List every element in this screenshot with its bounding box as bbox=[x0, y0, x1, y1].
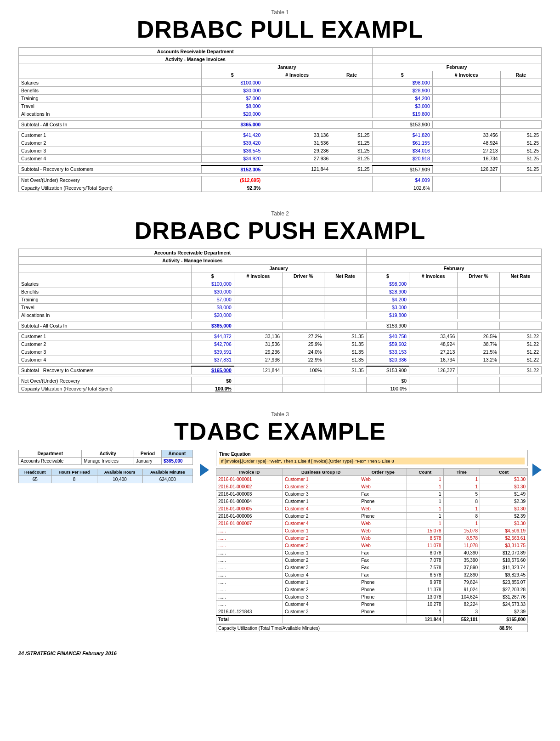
table2-label: Table 2 bbox=[18, 210, 542, 217]
jan-amount: $8,000 bbox=[202, 102, 263, 110]
table1-section: Table 1 DRBABC PULL EXAMPL Accounts Rece… bbox=[18, 9, 542, 192]
jan-amount: $7,000 bbox=[202, 95, 263, 102]
table2-feb-header: February bbox=[366, 264, 541, 272]
feb-amount: $28,900 bbox=[372, 87, 432, 95]
table-row: Customer 1 $41,420 33,136 $1.25 $41,820 … bbox=[19, 131, 542, 139]
table3-caputil-table: Capacity Utilization (Total Time/Availab… bbox=[216, 624, 528, 632]
subtotal-recovery-row: Subtotal - Recovery to Customers $165,00… bbox=[19, 366, 542, 374]
table-row: ...... Customer 3 Web 11,078 11,078 $3,3… bbox=[216, 542, 528, 549]
side-arrow-icon bbox=[532, 464, 542, 476]
customer-label: Customer 4 bbox=[19, 155, 202, 163]
table1-title: DRBABC PULL EXAMPL bbox=[18, 17, 542, 43]
row-label: Salaries bbox=[19, 79, 202, 87]
table1: Accounts Receivable Department Activity … bbox=[18, 47, 542, 192]
subtotal-recovery-row: Subtotal - Recovery to Customers $152,30… bbox=[19, 165, 542, 174]
time-eq-label: Time Equation bbox=[219, 452, 525, 457]
table2-feb-invoices: # Invoices bbox=[409, 272, 458, 280]
net-over-row: Net Over/(Under) Recovery $0 $0 bbox=[19, 377, 542, 385]
table-row: Salaries $100,000 $98,000 bbox=[19, 280, 542, 288]
table1-dept-header: Accounts Receivable Department bbox=[19, 48, 373, 56]
table1-jan-header: January bbox=[202, 63, 372, 71]
table-row: Customer 3 $39,591 29,236 24.0% $1.35 $3… bbox=[19, 348, 542, 356]
cap-util-label: Capacity Utilization (Total Time/Availab… bbox=[216, 624, 484, 632]
table-row: Customer 4 $34,920 27,936 $1.25 $20,918 … bbox=[19, 155, 542, 163]
table2-jan-invoices: # Invoices bbox=[234, 272, 282, 280]
headcount-row: 65810,400624,000 bbox=[19, 475, 193, 483]
right-arrow-icon bbox=[200, 464, 209, 476]
table-row: ...... Customer 1 Phone 9,978 79,824 $23… bbox=[216, 578, 528, 586]
table-row: 2016-01-000004 Customer 1 Phone 1 8 $2.3… bbox=[216, 498, 528, 505]
total-row: Total 121,844 552,101 $165,000 bbox=[216, 616, 528, 623]
table-row: Allocations In $20,000 $19,800 bbox=[19, 110, 542, 118]
table-row: Accounts Receivable Manage Invoices Janu… bbox=[19, 457, 193, 464]
table-row: Salaries $100,000 $98,000 bbox=[19, 79, 542, 87]
table-row: Customer 4 $37,831 27,936 22.9% $1.35 $2… bbox=[19, 356, 542, 363]
table2-activity-header: Activity - Manage Invoices bbox=[19, 256, 367, 264]
table-row: Travel $8,000 $3,000 bbox=[19, 303, 542, 311]
table2-jan-header: January bbox=[191, 264, 366, 272]
table1-dept-header2 bbox=[372, 48, 541, 56]
table3-section: Table 3 TDABC EXAMPLE Department Activit… bbox=[18, 411, 542, 632]
table2-dept-header: Accounts Receivable Department bbox=[19, 249, 367, 256]
t3-col-activity: Activity bbox=[82, 450, 134, 457]
table2-feb-netrate: Net Rate bbox=[499, 272, 541, 280]
table3-right: Time Equation If [Invoice].[Order Type]=… bbox=[216, 450, 528, 632]
table-row: ...... Customer 2 Fax 7,078 35,390 $10,5… bbox=[216, 556, 528, 564]
table2-section: Table 2 DRBABC PUSH EXAMPL Accounts Rece… bbox=[18, 210, 542, 393]
table2-feb-dollar: $ bbox=[366, 272, 409, 280]
table2: Accounts Receivable Department Activity … bbox=[18, 249, 542, 393]
table-row: 2016-01-000002 Customer 2 Web 1 1 $0.30 bbox=[216, 483, 528, 490]
table-row: ...... Customer 4 Phone 10,278 82,224 $2… bbox=[216, 600, 528, 608]
footer-text: 24 /STRATEGIC FINANCE/ February 2016 bbox=[18, 650, 542, 656]
cap-util-row: Capacity Utilization (Recovery/Total Spe… bbox=[19, 184, 542, 192]
table3-left: Department Activity Period Amount Accoun… bbox=[18, 450, 193, 483]
table-row: ...... Customer 1 Fax 8,078 40,390 $12,0… bbox=[216, 549, 528, 556]
net-over-row: Net Over/(Under) Recovery ($12,695) $4,0… bbox=[19, 176, 542, 184]
table-row: ...... Customer 1 Web 15,078 15,078 $4,5… bbox=[216, 527, 528, 534]
row-label: Training bbox=[19, 95, 202, 102]
table-row: Customer 1 $44,872 33,136 27.2% $1.35 $4… bbox=[19, 332, 542, 340]
row-label: Benefits bbox=[19, 87, 202, 95]
t3-col-dept: Department bbox=[19, 450, 82, 457]
row-label: Travel bbox=[19, 102, 202, 110]
jan-amount: $100,000 bbox=[202, 79, 263, 87]
side-arrow-box bbox=[532, 450, 542, 476]
table-row: 2016-01-000003 Customer 3 Fax 1 5 $1.49 bbox=[216, 490, 528, 498]
table-row: ...... Customer 2 Phone 11,378 91,024 $2… bbox=[216, 586, 528, 593]
table1-feb-invoices: # Invoices bbox=[432, 71, 500, 79]
table-row: Allocations In $20,000 $19,800 bbox=[19, 311, 542, 319]
time-eq-formula: If [Invoice].[Order Type]="Web", Then 1 … bbox=[219, 458, 525, 464]
t3-col-amount: Amount bbox=[161, 450, 192, 457]
table-row: ...... Customer 2 Web 8,578 8,578 $2,563… bbox=[216, 534, 528, 542]
table-row: 2016-01-121843 Customer 3 Phone 1 3 $2.3… bbox=[216, 608, 528, 616]
table-row: 2016-01-000007 Customer 4 Web 1 1 $0.30 bbox=[216, 520, 528, 527]
table1-feb-header: February bbox=[372, 63, 541, 71]
table-row: Training $7,000 $4,200 bbox=[19, 95, 542, 102]
table-row: Benefits $30,000 $28,900 bbox=[19, 87, 542, 95]
customer-label: Customer 1 bbox=[19, 131, 202, 139]
feb-amount: $19,800 bbox=[372, 110, 432, 118]
table2-jan-driver: Driver % bbox=[283, 272, 324, 280]
table3-detail-table: Invoice IDBusiness Group IDOrder TypeCou… bbox=[216, 468, 528, 623]
table-row: 2016-01-000005 Customer 4 Web 1 1 $0.30 bbox=[216, 505, 528, 512]
table3-info-table: Department Activity Period Amount Accoun… bbox=[18, 450, 193, 465]
feb-amount: $4,200 bbox=[372, 95, 432, 102]
table1-jan-dollar: $ bbox=[202, 71, 263, 79]
table-row: ...... Customer 4 Fax 6,578 32,890 $9,82… bbox=[216, 571, 528, 578]
t3-col-period: Period bbox=[134, 450, 162, 457]
table-row: Customer 2 $42,706 31,536 25.9% $1.35 $5… bbox=[19, 340, 542, 348]
table3-content: Department Activity Period Amount Accoun… bbox=[18, 450, 542, 632]
table-row: Travel $8,000 $3,000 bbox=[19, 102, 542, 110]
table3-headcount-table: HeadcountHours Per HeadAvailable HoursAv… bbox=[18, 469, 193, 483]
jan-amount: $30,000 bbox=[202, 87, 263, 95]
table3-title: TDABC EXAMPLE bbox=[18, 419, 542, 445]
table1-jan-invoices: # Invoices bbox=[263, 71, 331, 79]
table2-feb-driver: Driver % bbox=[458, 272, 499, 280]
table-row: ...... Customer 3 Phone 13,078 104,624 $… bbox=[216, 593, 528, 600]
table-row: Customer 3 $36,545 29,236 $1.25 $34,016 … bbox=[19, 147, 542, 155]
table3-label: Table 3 bbox=[18, 411, 542, 418]
customer-label: Customer 3 bbox=[19, 147, 202, 155]
table-row: 2016-01-000006 Customer 2 Phone 1 8 $2.3… bbox=[216, 512, 528, 520]
table-row: Customer 2 $39,420 31,536 $1.25 $61,155 … bbox=[19, 139, 542, 147]
table-row: ...... Customer 3 Fax 7,578 37,890 $11,3… bbox=[216, 564, 528, 571]
